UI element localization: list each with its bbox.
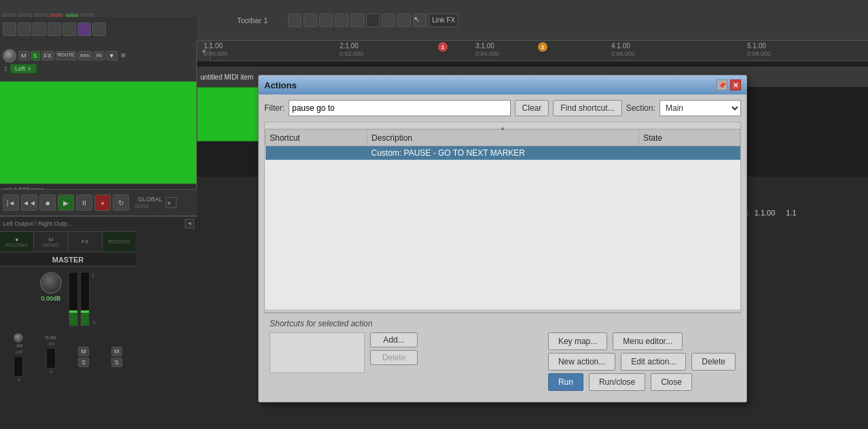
track-midi-label: untitled MIDI item bbox=[200, 73, 253, 81]
left-send-knob[interactable] bbox=[14, 333, 23, 343]
track-io-info: Left Output / Right Outp... ◄ bbox=[0, 216, 197, 230]
route-btn[interactable]: ROUTE bbox=[56, 51, 77, 61]
in-btn[interactable]: IN bbox=[94, 51, 105, 61]
shortcuts-list[interactable] bbox=[270, 332, 365, 373]
table-row-empty-4 bbox=[266, 205, 740, 220]
menu-editor-button[interactable]: Menu editor... bbox=[613, 332, 683, 350]
transport-stop[interactable]: ■ bbox=[39, 194, 56, 211]
position-value2: 1.1 bbox=[786, 209, 796, 217]
track-green-area[interactable] bbox=[0, 82, 196, 184]
filter-row: Filter: Clear Find shortcut... Section: … bbox=[264, 100, 741, 116]
master-m-btn[interactable]: M bbox=[78, 347, 89, 356]
actions-dialog: Actions 📌 ✕ Filter: Clear Find shortcut.… bbox=[258, 75, 747, 402]
clear-button[interactable]: Clear bbox=[515, 100, 549, 116]
ctrl-btn-3[interactable] bbox=[33, 22, 46, 36]
new-action-button[interactable]: New action... bbox=[548, 353, 615, 371]
delete-shortcut-button[interactable]: Delete bbox=[370, 350, 418, 365]
track-menu-btn[interactable]: ▼ bbox=[106, 51, 117, 61]
db-left: -inf -inf -6 bbox=[14, 333, 23, 382]
col-description: Description bbox=[367, 130, 639, 146]
mono-btn[interactable]: M MONO bbox=[34, 232, 68, 252]
section-label: Section: bbox=[626, 103, 655, 113]
db-right-val: -inf bbox=[47, 341, 54, 347]
toolbar-link-fx[interactable]: Link FX bbox=[429, 14, 458, 27]
master-label-row: MASTER bbox=[0, 252, 136, 267]
db-left-scale: -6 bbox=[16, 377, 20, 382]
toolbar-icon-7[interactable] bbox=[288, 14, 302, 27]
track-io-btn[interactable]: ◄ bbox=[185, 219, 194, 228]
master-db-label: 0.00dB bbox=[41, 295, 61, 302]
find-shortcut-button[interactable]: Find shortcut... bbox=[553, 100, 621, 116]
timeline-marker-2: 2.1.00 0:02.000 bbox=[340, 42, 363, 57]
marker-circle-1: 1 bbox=[438, 42, 448, 52]
row-description-1: Custom: PAUSE - GO TO NEXT MARKER bbox=[367, 146, 639, 160]
toolbar-icon-13[interactable] bbox=[397, 14, 411, 27]
run-close-button[interactable]: Run/close bbox=[589, 373, 645, 391]
transport-loop[interactable]: ↻ bbox=[113, 194, 129, 211]
toolbar-icon-11[interactable] bbox=[350, 14, 364, 27]
toolbar-icon-8[interactable] bbox=[304, 14, 317, 27]
routing-btn-2[interactable]: ROUTING bbox=[103, 232, 136, 252]
solo-btn[interactable]: S bbox=[31, 51, 40, 61]
section-select[interactable]: Main MIDI Editor Media Explorer bbox=[659, 100, 741, 116]
master-volume-knob[interactable] bbox=[40, 272, 62, 294]
global-label: GLOBAL bbox=[138, 196, 162, 203]
ctrl-btn-7[interactable] bbox=[92, 22, 106, 36]
actions-table-container: ▲ Shortcut Description State bbox=[264, 122, 741, 313]
dialog-close-btn[interactable]: ✕ bbox=[730, 80, 741, 90]
transport-back[interactable]: ◄◄ bbox=[21, 194, 37, 211]
close-button[interactable]: Close bbox=[651, 373, 692, 391]
track-controls-toolbar bbox=[0, 17, 197, 41]
track-header: M S FX ROUTE trim IN ▼ ⊞ 1 Left ▼ bbox=[0, 41, 196, 82]
toolbar-icon-12[interactable] bbox=[382, 14, 395, 27]
transport-dropdown[interactable]: ▼ bbox=[166, 197, 177, 208]
master-s-btn[interactable]: S bbox=[78, 358, 89, 367]
master-m-btn-2[interactable]: M bbox=[111, 347, 122, 356]
ctrl-btn-4[interactable] bbox=[48, 22, 61, 36]
keymap-button[interactable]: Key map... bbox=[548, 332, 607, 350]
right-action-buttons: Key map... Menu editor... New action... … bbox=[548, 332, 736, 391]
global-section: GLOBAL none bbox=[135, 196, 162, 209]
toolbar-icon-10[interactable] bbox=[335, 14, 348, 27]
trim-btn[interactable]: trim bbox=[78, 51, 92, 61]
dialog-pin-btn[interactable]: 📌 bbox=[717, 80, 727, 90]
delete-action-button[interactable]: Delete bbox=[691, 353, 736, 371]
transport-record[interactable]: ● bbox=[94, 194, 111, 211]
actions-table: Shortcut Description State Cust bbox=[265, 129, 740, 309]
col-shortcut: Shortcut bbox=[266, 130, 367, 146]
run-button[interactable]: Run bbox=[548, 373, 583, 391]
fx-btn[interactable]: FX bbox=[41, 51, 55, 61]
db-readouts: -inf -inf -6 0.00 -inf -6 M S M S bbox=[0, 332, 136, 383]
db-right-scale: -6 bbox=[49, 369, 53, 374]
table-row-empty-2 bbox=[266, 175, 740, 190]
transport-pause[interactable]: ⏸ bbox=[76, 194, 92, 211]
add-shortcut-button[interactable]: Add... bbox=[370, 332, 418, 347]
table-body: Custom: PAUSE - GO TO NEXT MARKER bbox=[266, 146, 740, 310]
edit-action-button[interactable]: Edit action... bbox=[621, 353, 686, 371]
ctrl-btn-6[interactable] bbox=[77, 22, 91, 36]
ctrl-btn-5[interactable] bbox=[62, 22, 76, 36]
table-row-selected[interactable]: Custom: PAUSE - GO TO NEXT MARKER bbox=[266, 146, 740, 160]
mute-btn[interactable]: M bbox=[18, 51, 29, 61]
ctrl-btn-1[interactable] bbox=[3, 22, 16, 36]
master-s-btn-2[interactable]: S bbox=[111, 358, 122, 367]
toolbar-icon-9[interactable] bbox=[319, 14, 333, 27]
track-channel-label: Left bbox=[15, 65, 25, 72]
toolbar-cursor[interactable]: ↖ bbox=[413, 14, 427, 27]
position-value: 1.1.00 bbox=[755, 209, 776, 217]
dialog-titlebar: Actions 📌 ✕ bbox=[259, 75, 746, 95]
routing-buttons: ● ROUTING M MONO FX ROUTING bbox=[0, 232, 136, 252]
routing-btn-1[interactable]: ● ROUTING bbox=[0, 232, 34, 252]
db-left-meter bbox=[14, 356, 23, 377]
timeline-marker-4: 4.1.00 0:06.000 bbox=[611, 42, 635, 57]
ctrl-btn-2[interactable] bbox=[18, 22, 31, 36]
volume-knob[interactable] bbox=[3, 49, 16, 63]
track-channel-dropdown[interactable]: Left ▼ bbox=[10, 64, 37, 73]
transport-play[interactable]: ▶ bbox=[58, 194, 74, 211]
filter-input[interactable] bbox=[289, 100, 511, 116]
table-row-empty-1 bbox=[266, 160, 740, 175]
fx-master-btn[interactable]: FX bbox=[69, 232, 103, 252]
transport-begin[interactable]: |◄ bbox=[3, 194, 19, 211]
table-scroll-up[interactable]: ▲ bbox=[265, 122, 740, 129]
shortcuts-section: Shortcuts for selected action Add... Del… bbox=[264, 313, 741, 396]
